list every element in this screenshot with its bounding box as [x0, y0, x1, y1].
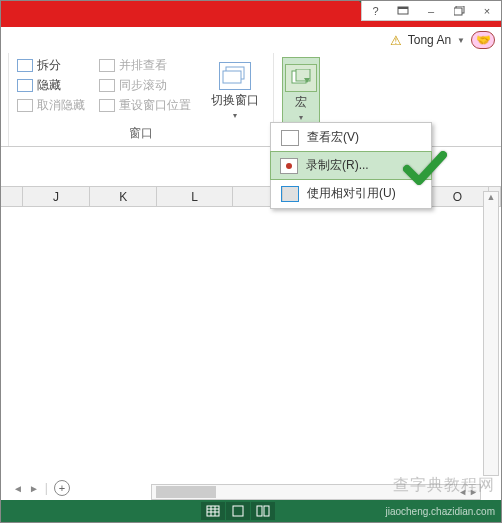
- svg-rect-15: [264, 506, 269, 516]
- user-dropdown-arrow[interactable]: ▼: [457, 36, 465, 45]
- switch-window-label: 切换窗口: [211, 92, 259, 109]
- view-macros-label: 查看宏(V): [307, 129, 359, 146]
- minimize-button[interactable]: –: [417, 1, 445, 21]
- select-all-corner[interactable]: [1, 187, 23, 206]
- macros-label: 宏: [295, 94, 307, 111]
- svg-rect-1: [398, 7, 408, 9]
- annotation-checkmark: [403, 151, 447, 191]
- chevron-down-icon: ▾: [233, 111, 237, 120]
- column-header[interactable]: J: [23, 187, 90, 206]
- tab-scroll-right[interactable]: ►: [29, 483, 39, 494]
- hscroll-thumb[interactable]: [156, 486, 216, 498]
- column-header[interactable]: K: [90, 187, 157, 206]
- window-group-label: 窗口: [17, 125, 265, 144]
- macros-icon: [285, 64, 317, 92]
- hide-label: 隐藏: [37, 77, 61, 94]
- svg-rect-13: [233, 506, 243, 516]
- sync-scroll-button[interactable]: 同步滚动: [99, 77, 191, 94]
- side-by-side-button[interactable]: 并排查看: [99, 57, 191, 74]
- close-button[interactable]: ×: [473, 1, 501, 21]
- page-layout-view-button[interactable]: [226, 502, 250, 520]
- cell[interactable]: [297, 200, 298, 201]
- reset-pos-label: 重设窗口位置: [119, 97, 191, 114]
- add-sheet-button[interactable]: +: [54, 480, 70, 496]
- record-macro-label: 录制宏(R)...: [306, 157, 369, 174]
- ribbon-display-options[interactable]: [389, 1, 417, 21]
- svg-rect-3: [454, 8, 462, 15]
- window-group: 拆分 隐藏 取消隐藏 并排查看 同步滚动 重设窗口位置 切换窗口 ▾ 窗口: [9, 53, 274, 146]
- switch-window-icon: [219, 62, 251, 90]
- warning-icon: ⚠: [390, 33, 402, 48]
- hscroll-left-arrow[interactable]: ◄: [458, 487, 467, 497]
- tab-scroll-left[interactable]: ◄: [13, 483, 23, 494]
- hscroll-right-arrow[interactable]: ►: [469, 487, 478, 497]
- relative-ref-icon: [281, 186, 299, 202]
- column-header[interactable]: L: [157, 187, 232, 206]
- split-label: 拆分: [37, 57, 61, 74]
- sheet-tab-strip: ◄ ► | +: [13, 480, 70, 496]
- svg-rect-5: [223, 71, 241, 83]
- account-bar: ⚠ Tong An ▼ 🤝: [1, 27, 501, 53]
- side-by-side-label: 并排查看: [119, 57, 167, 74]
- status-bar: [1, 500, 501, 522]
- svg-rect-14: [257, 506, 262, 516]
- unhide-label: 取消隐藏: [37, 97, 85, 114]
- page-break-view-button[interactable]: [251, 502, 275, 520]
- share-icon[interactable]: 🤝: [471, 31, 495, 49]
- restore-button[interactable]: [445, 1, 473, 21]
- horizontal-scrollbar[interactable]: ◄►: [151, 484, 481, 500]
- vscroll-up-arrow[interactable]: ▲: [484, 192, 498, 202]
- vertical-scrollbar[interactable]: ▲: [483, 191, 499, 476]
- title-bar: ? – ×: [1, 1, 501, 27]
- chevron-down-icon: ▾: [299, 113, 303, 122]
- view-macros-item[interactable]: 查看宏(V): [271, 123, 431, 152]
- reset-window-pos-button[interactable]: 重设窗口位置: [99, 97, 191, 114]
- hide-button[interactable]: 隐藏: [17, 77, 85, 94]
- relative-ref-label: 使用相对引用(U): [307, 185, 396, 202]
- svg-rect-8: [207, 506, 219, 516]
- view-macros-icon: [281, 130, 299, 146]
- sync-scroll-label: 同步滚动: [119, 77, 167, 94]
- user-name[interactable]: Tong An: [408, 33, 451, 47]
- switch-window-button[interactable]: 切换窗口 ▾: [205, 57, 265, 125]
- unhide-button[interactable]: 取消隐藏: [17, 97, 85, 114]
- split-button[interactable]: 拆分: [17, 57, 85, 74]
- macros-button[interactable]: 宏 ▾: [282, 57, 320, 128]
- record-macro-icon: [280, 158, 298, 174]
- normal-view-button[interactable]: [201, 502, 225, 520]
- help-button[interactable]: ?: [361, 1, 389, 21]
